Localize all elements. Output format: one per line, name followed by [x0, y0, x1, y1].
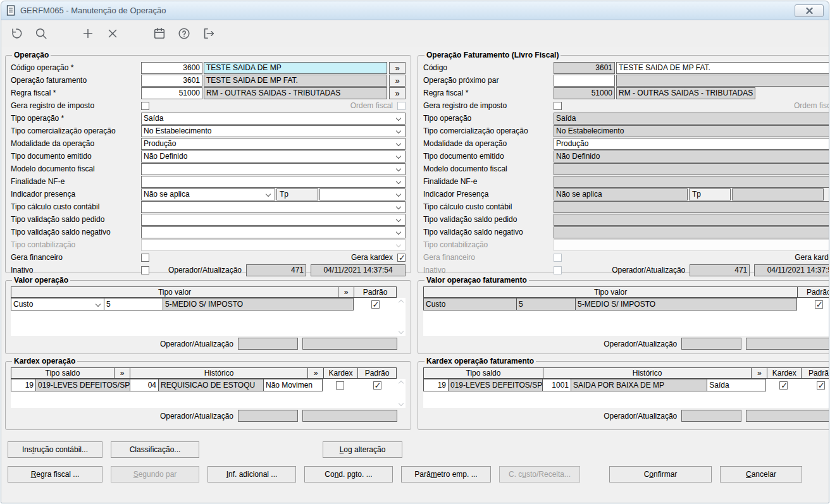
column-header-padrao[interactable]: Padrão	[797, 286, 829, 298]
kardex-cell	[323, 379, 357, 391]
inf-adicional-button[interactable]: Inf. adicional ...	[207, 466, 296, 482]
inativo-checkbox[interactable]	[141, 266, 149, 274]
tp-danfe-select[interactable]	[319, 188, 406, 200]
column-header-tipo-valor[interactable]: Tipo valor	[11, 286, 338, 298]
valor-codigo-cell[interactable]: 5	[104, 298, 163, 310]
saldo-codigo-cell[interactable]: 19	[423, 379, 449, 391]
add-icon[interactable]	[80, 26, 96, 41]
undo-icon[interactable]	[9, 26, 24, 41]
tipo-operacao-select[interactable]: Saída	[141, 113, 406, 125]
column-header-tipo-saldo[interactable]: Tipo saldo	[423, 367, 543, 379]
validacao-saldo-negativo-select[interactable]	[141, 226, 406, 238]
column-header-padrao[interactable]: Padrão	[357, 367, 397, 379]
saldo-desc-cell: 019-LEVES DEFEITOS/SP	[35, 379, 130, 391]
historico-desc-cell: REQUISICAO DE ESTOQU	[158, 379, 264, 391]
column-header-tipo-saldo[interactable]: Tipo saldo	[11, 367, 115, 379]
regra-fiscal-input[interactable]	[141, 87, 202, 99]
modalidade-operacao-select[interactable]: Produção	[554, 138, 829, 150]
instrucao-contabil-button[interactable]: Instrução contábil...	[8, 441, 102, 458]
modalidade-operacao-select[interactable]: Produção	[141, 138, 406, 150]
operador-timestamp-field: 04/11/2021 14:37:54	[754, 264, 829, 276]
operacao-faturamento-lookup-button[interactable]: »	[389, 75, 406, 87]
gera-registro-imposto-checkbox[interactable]	[141, 102, 149, 110]
calendar-icon[interactable]	[152, 26, 167, 41]
confirmar-button[interactable]: Confirmar	[609, 466, 712, 482]
search-icon[interactable]	[34, 26, 49, 41]
tipo-calculo-select[interactable]	[141, 201, 406, 213]
gera-financeiro-checkbox[interactable]	[141, 254, 149, 262]
historico-codigo-cell[interactable]: 04	[130, 379, 159, 391]
exit-icon[interactable]	[201, 26, 216, 41]
cond-pgto-button[interactable]: Cond. pgto. ...	[304, 466, 393, 482]
operacao-proximo-par-desc	[616, 75, 829, 87]
regra-fiscal-button[interactable]: Regra fiscal ...	[8, 466, 102, 482]
c-custo-receita-button[interactable]: C. custo/Receita...	[499, 466, 580, 482]
column-header-more[interactable]: »	[114, 367, 130, 379]
table-row[interactable]: 19 019-LEVES DEFEITOS/SP 1001 SAIDA POR …	[423, 379, 829, 391]
gera-kardex-checkbox[interactable]	[397, 254, 406, 262]
column-header-more[interactable]: »	[751, 367, 767, 379]
column-header-kardex[interactable]: Kardex	[323, 367, 358, 379]
operacao-faturamento-input[interactable]	[141, 75, 202, 87]
scroll-up-icon[interactable]	[399, 381, 404, 386]
valor-operacao-title: Valor operação	[12, 276, 70, 285]
codigo-operacao-lookup-button[interactable]: »	[389, 62, 406, 74]
field-row: Tipo cálculo custo contábil	[11, 200, 406, 213]
operacao-proximo-par-input[interactable]	[554, 75, 615, 87]
kardex-checkbox[interactable]	[336, 381, 344, 390]
tipo-documento-label: Tipo documento emitido	[423, 152, 554, 161]
grid-body: Custo 5 5-MEDIO S/ IMPOSTO	[11, 298, 406, 336]
padrao-checkbox[interactable]	[373, 381, 381, 390]
segundo-par-button[interactable]: Segundo par	[111, 466, 199, 482]
padrao-cell	[357, 379, 397, 391]
parametro-emp-button[interactable]: Parâmetro emp. ...	[401, 466, 491, 482]
finalidade-nfe-select[interactable]	[141, 176, 406, 188]
column-header-more[interactable]: »	[338, 286, 354, 298]
finalidade-nfe-field	[554, 176, 829, 188]
validacao-saldo-pedido-label: Tipo validação saldo pedido	[11, 215, 141, 224]
log-alteracao-button[interactable]: Log alteração	[323, 441, 402, 458]
valor-tipo-select[interactable]: Custo	[11, 298, 104, 310]
padrao-checkbox[interactable]	[815, 300, 823, 309]
column-header-padrao[interactable]: Padrão	[354, 286, 397, 298]
tipo-movimento-cell[interactable]: Saída	[707, 379, 766, 391]
codigo-desc[interactable]: TESTE SAIDA DE MP FAT.	[616, 62, 829, 74]
historico-codigo-cell[interactable]: 1001	[542, 379, 571, 391]
saldo-codigo-cell[interactable]: 19	[11, 379, 36, 391]
validacao-saldo-pedido-select[interactable]	[141, 214, 406, 226]
vertical-scrollbar[interactable]	[397, 379, 406, 408]
table-row[interactable]: Custo 5 5-MEDIO S/ IMPOSTO	[11, 298, 397, 310]
close-button[interactable]	[795, 4, 824, 17]
column-header-historico[interactable]: Histórico	[130, 367, 308, 379]
table-row[interactable]: Custo 5 5-MEDIO S/ IMPOSTO	[423, 298, 829, 310]
table-row[interactable]: 19 019-LEVES DEFEITOS/SP 04 REQUISICAO D…	[11, 379, 397, 391]
gera-registro-imposto-checkbox[interactable]	[554, 102, 562, 110]
padrao-checkbox[interactable]	[817, 381, 825, 390]
regra-fiscal-lookup-button[interactable]: »	[389, 87, 406, 99]
modelo-documento-select[interactable]	[141, 163, 406, 175]
tipo-documento-select[interactable]: Não Definido	[141, 151, 406, 163]
column-header-kardex[interactable]: Kardex	[767, 367, 802, 379]
kardex-checkbox[interactable]	[779, 381, 788, 390]
indicador-presenca-select[interactable]: Não se aplica	[141, 188, 275, 200]
operacao-faturamento-label: Operação faturamento	[11, 76, 141, 85]
codigo-operacao-input[interactable]	[141, 62, 202, 74]
tipo-operacao-field: Saída	[554, 113, 829, 125]
tipo-comercializacao-select[interactable]: No Estabelecimento	[141, 125, 406, 137]
delete-icon[interactable]	[105, 26, 120, 41]
operador-id-field	[238, 410, 298, 422]
column-header-historico[interactable]: Histórico	[543, 367, 752, 379]
scroll-down-icon[interactable]	[399, 401, 404, 406]
column-header-padrao[interactable]: Padrão	[801, 367, 829, 379]
column-header-tipo-valor[interactable]: Tipo valor	[423, 286, 798, 298]
scroll-up-icon[interactable]	[399, 300, 404, 305]
padrao-checkbox[interactable]	[371, 300, 380, 309]
column-header-more[interactable]: »	[307, 367, 324, 379]
tipo-movimento-cell[interactable]: Não Movimen	[263, 379, 323, 391]
classificacao-button[interactable]: Classificação...	[111, 441, 199, 458]
cancelar-button[interactable]: Cancelar	[720, 466, 802, 482]
scroll-down-icon[interactable]	[399, 329, 404, 334]
vertical-scrollbar[interactable]	[397, 298, 406, 336]
help-icon[interactable]	[177, 26, 192, 41]
operacao-faturamento-desc: TESTE SAIDA DE MP FAT.	[204, 75, 387, 87]
